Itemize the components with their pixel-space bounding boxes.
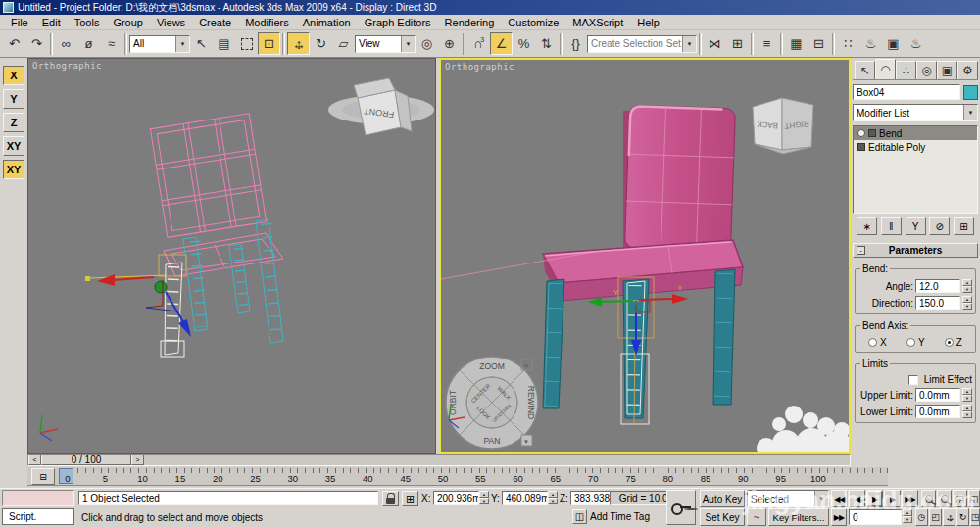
- menu-file[interactable]: File: [4, 17, 35, 28]
- angle-field[interactable]: 12.0: [915, 279, 960, 293]
- go-to-end-button[interactable]: ▶▶: [902, 490, 918, 507]
- restrict-to-z-button[interactable]: Z: [3, 113, 24, 132]
- viewcube[interactable]: BACK RIGHT: [753, 98, 813, 154]
- render-setup-icon[interactable]: ♨: [859, 32, 882, 55]
- use-pivot-point-center-icon[interactable]: ◎: [416, 32, 438, 55]
- align-icon[interactable]: ⊞: [726, 32, 749, 55]
- menu-animation[interactable]: Animation: [296, 17, 358, 28]
- menu-maxscript[interactable]: MAXScript: [565, 17, 630, 28]
- object-name-field[interactable]: Box04: [853, 84, 960, 100]
- selection-filter-dropdown[interactable]: All ▼: [129, 35, 190, 53]
- display-tab-icon[interactable]: ▣: [937, 61, 957, 79]
- x-coord-spinner[interactable]: ▲▼: [479, 491, 489, 504]
- menu-group[interactable]: Group: [106, 17, 150, 28]
- zoom-icon[interactable]: [921, 490, 936, 507]
- open-mini-curve-editor-button[interactable]: ⊟: [31, 468, 55, 485]
- material-editor-icon[interactable]: ∷: [837, 32, 859, 55]
- object-color-swatch[interactable]: [963, 85, 978, 100]
- motion-tab-icon[interactable]: ◎: [916, 61, 937, 79]
- go-to-start-button[interactable]: ◀◀: [831, 490, 848, 507]
- menu-tools[interactable]: Tools: [68, 17, 107, 28]
- modifier-enable-bulb-icon[interactable]: [858, 129, 865, 137]
- selection-set-dropdown[interactable]: Selected ▼: [747, 490, 829, 507]
- edit-named-selection-sets-icon[interactable]: {}: [564, 32, 587, 55]
- create-tab-icon[interactable]: ↖: [855, 61, 875, 79]
- window-crossing-toggle-icon[interactable]: ⊡: [258, 32, 280, 55]
- limit-effect-checkbox[interactable]: [908, 375, 918, 385]
- select-and-rotate-icon[interactable]: ↻: [310, 32, 332, 55]
- viewport-label[interactable]: Orthographic: [445, 62, 514, 72]
- select-by-name-icon[interactable]: ▤: [213, 32, 235, 55]
- select-and-link-icon[interactable]: ∞: [55, 32, 77, 55]
- menu-modifiers[interactable]: Modifiers: [238, 17, 296, 28]
- menu-help[interactable]: Help: [630, 17, 666, 28]
- undo-icon[interactable]: ↶: [3, 32, 25, 55]
- wheel-menu-icon[interactable]: ▼: [521, 435, 532, 446]
- snaps-toggle-icon[interactable]: ∩3: [467, 32, 490, 55]
- select-and-scale-icon[interactable]: ▱: [332, 32, 355, 55]
- add-time-tag[interactable]: Add Time Tag: [590, 511, 650, 522]
- time-slider-handle[interactable]: 0 / 100: [41, 455, 131, 465]
- set-key-button[interactable]: Set Key: [700, 508, 745, 526]
- timeline-ruler[interactable]: 0510152025303540455055606570758085909510…: [27, 467, 888, 486]
- time-configuration-icon[interactable]: ◷: [915, 508, 928, 526]
- lower-limit-spinner[interactable]: ▲▼: [962, 405, 972, 418]
- maxscript-mini-listener[interactable]: [2, 490, 74, 506]
- menu-edit[interactable]: Edit: [35, 17, 68, 28]
- hierarchy-tab-icon[interactable]: ∴: [896, 61, 916, 79]
- configure-modifier-sets-icon[interactable]: ⊞: [954, 217, 974, 235]
- time-slider[interactable]: < 0 / 100 >: [27, 454, 851, 466]
- schematic-view-icon[interactable]: ⊟: [808, 32, 830, 55]
- select-and-manipulate-icon[interactable]: ⊕: [438, 32, 461, 55]
- zoom-all-icon[interactable]: [937, 490, 952, 507]
- modifier-list-dropdown[interactable]: Modifier List ▼: [853, 104, 978, 121]
- y-coord-field[interactable]: 460.089mm: [502, 491, 548, 505]
- chevron-down-icon[interactable]: ▼: [963, 105, 977, 120]
- menu-graph-editors[interactable]: Graph Editors: [358, 17, 438, 28]
- menu-views[interactable]: Views: [150, 17, 192, 28]
- render-production-icon[interactable]: ♨: [905, 32, 927, 55]
- remove-modifier-icon[interactable]: ⊘: [929, 217, 950, 235]
- restrict-to-y-button[interactable]: Y: [3, 89, 24, 109]
- restrict-to-xy-plane-button[interactable]: XY: [3, 136, 24, 156]
- next-frame-arrow[interactable]: >: [131, 455, 144, 465]
- direction-spinner[interactable]: ▲▼: [962, 296, 972, 310]
- curve-editor-icon[interactable]: ▦: [785, 32, 808, 55]
- bind-to-space-warp-icon[interactable]: ≈: [100, 32, 122, 55]
- mirror-icon[interactable]: ⋈: [704, 32, 726, 55]
- modify-tab-icon[interactable]: ◠: [875, 59, 896, 79]
- axis-x-radio[interactable]: X: [868, 337, 887, 348]
- redo-icon[interactable]: ↷: [25, 32, 48, 55]
- maximize-viewport-toggle-icon[interactable]: ◳: [970, 508, 980, 526]
- chevron-down-icon[interactable]: ▼: [175, 36, 189, 52]
- zoom-extents-icon[interactable]: ◲: [953, 490, 967, 507]
- chevron-down-icon[interactable]: ▼: [814, 491, 828, 506]
- next-frame-button[interactable]: ▶: [884, 490, 901, 507]
- select-object-icon[interactable]: ↖: [190, 32, 213, 55]
- layer-manager-icon[interactable]: ≡: [756, 32, 778, 55]
- chair-legs-wireframe[interactable]: [183, 219, 283, 343]
- axis-z-radio[interactable]: Z: [945, 337, 962, 348]
- title-bar[interactable]: Untitled - Project Folder: D:\我的文档\3dsma…: [0, 0, 980, 15]
- restrict-to-x-button[interactable]: X: [3, 66, 24, 85]
- maxscript-script-field[interactable]: Script.: [2, 508, 74, 525]
- upper-limit-field[interactable]: 0.0mm: [915, 388, 960, 402]
- rendered-frame-window-icon[interactable]: ▣: [882, 32, 905, 55]
- chevron-down-icon[interactable]: ▼: [401, 36, 415, 52]
- absolute-mode-transform-toggle[interactable]: ⊞: [402, 491, 418, 506]
- chair-shaded[interactable]: [441, 105, 743, 301]
- unlink-selection-icon[interactable]: ø: [77, 32, 100, 55]
- frame-spinner[interactable]: ▲▼: [903, 509, 912, 523]
- key-filters-button[interactable]: Key Filters...: [768, 508, 829, 526]
- direction-field[interactable]: 150.0: [915, 296, 960, 310]
- modifier-stack-item-bend[interactable]: Bend: [854, 126, 977, 140]
- viewport-right-active[interactable]: Orthographic BACK RIGHT: [439, 58, 851, 454]
- viewcube[interactable]: FRONT: [328, 78, 434, 135]
- menu-rendering[interactable]: Rendering: [438, 17, 502, 28]
- percent-snap-toggle-icon[interactable]: %: [513, 32, 535, 55]
- utilities-tab-icon[interactable]: ⚙: [957, 61, 978, 79]
- menu-customize[interactable]: Customize: [501, 17, 565, 28]
- auto-key-button[interactable]: Auto Key: [700, 490, 745, 507]
- viewport-left[interactable]: Orthographic FRONT: [27, 58, 436, 454]
- restrict-to-plane-flyout-button[interactable]: XY: [3, 160, 24, 179]
